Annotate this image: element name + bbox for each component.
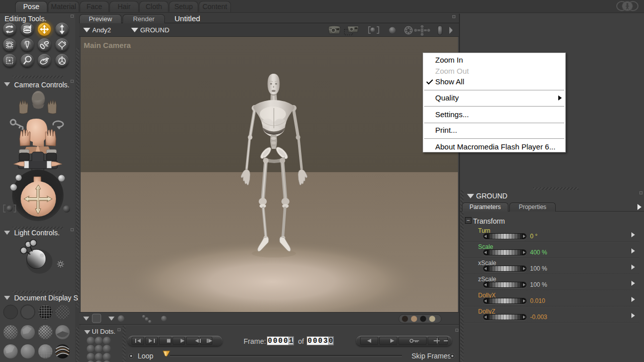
svg-text:Main Camera: Main Camera [84,41,131,49]
